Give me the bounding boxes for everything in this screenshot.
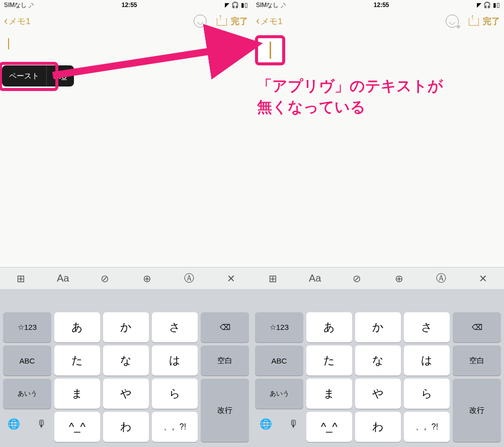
location-icon: ◤ bbox=[477, 2, 481, 9]
key-face[interactable]: ^_^ bbox=[54, 412, 100, 442]
key-ka[interactable]: か bbox=[103, 312, 149, 342]
phone-left: SIMなし ◞◝ 12:55 ◤ 🎧 ▮▯ ‹ メモ1 ◡ 完了 ペースト BI… bbox=[0, 0, 252, 447]
headphones-icon: 🎧 bbox=[231, 2, 239, 9]
share-button[interactable] bbox=[469, 15, 478, 28]
battery-icon: ▮▯ bbox=[241, 2, 248, 9]
wifi-icon: ◞◝ bbox=[29, 2, 34, 9]
keyboard: ☆123 あ か さ ⌫ ABC た な は 空白 あいう ま や ら 改行 🌐… bbox=[0, 289, 252, 447]
key-mic[interactable]: 🎙 bbox=[37, 418, 47, 430]
checklist-button[interactable]: ⊘ bbox=[96, 273, 115, 285]
key-enter[interactable]: 改行 bbox=[453, 379, 501, 442]
clock: 12:55 bbox=[286, 2, 477, 9]
key-face[interactable]: ^_^ bbox=[306, 412, 352, 442]
key-kana[interactable]: あいう bbox=[3, 379, 51, 409]
status-bar: SIMなし ◞◝ 12:55 ◤ 🎧 ▮▯ bbox=[0, 0, 252, 10]
key-ma[interactable]: ま bbox=[306, 379, 352, 409]
back-button[interactable]: ‹ メモ1 bbox=[4, 16, 31, 27]
key-a[interactable]: あ bbox=[54, 312, 100, 342]
phone-right: SIMなし ◞◝ 12:55 ◤ 🎧 ▮▯ ‹ メモ1 ◡ 完了 ⊞ Aa ⊘ … bbox=[252, 0, 504, 447]
collaborate-button[interactable]: ◡ bbox=[446, 15, 459, 28]
keyboard: ☆123 あ か さ ⌫ ABC た な は 空白 あいう ま や ら 改行 🌐… bbox=[252, 289, 504, 447]
back-button[interactable]: ‹ メモ1 bbox=[256, 16, 283, 27]
key-punct[interactable]: 、。?! bbox=[404, 412, 450, 442]
key-wa[interactable]: わ bbox=[103, 412, 149, 442]
key-punct[interactable]: 、。?! bbox=[152, 412, 198, 442]
wifi-icon: ◞◝ bbox=[281, 2, 286, 9]
paste-menu-item[interactable]: ペースト bbox=[2, 71, 46, 81]
key-na[interactable]: な bbox=[103, 345, 149, 376]
add-button[interactable]: ⊕ bbox=[137, 273, 156, 285]
textstyle-button[interactable]: Aa bbox=[305, 273, 324, 284]
key-sa[interactable]: さ bbox=[152, 312, 198, 342]
textstyle-button[interactable]: Aa bbox=[53, 273, 72, 284]
sim-status: SIMなし bbox=[256, 1, 279, 10]
key-ka[interactable]: か bbox=[355, 312, 401, 342]
battery-icon: ▮▯ bbox=[493, 2, 500, 9]
key-enter[interactable]: 改行 bbox=[201, 379, 249, 442]
key-globe[interactable]: 🌐 bbox=[8, 418, 20, 430]
share-icon bbox=[217, 15, 226, 26]
suggestion-bar bbox=[0, 289, 252, 309]
key-ta[interactable]: た bbox=[306, 345, 352, 376]
key-na[interactable]: な bbox=[355, 345, 401, 376]
clock: 12:55 bbox=[34, 2, 225, 9]
key-abc[interactable]: ABC bbox=[3, 345, 51, 376]
key-ra[interactable]: ら bbox=[404, 379, 450, 409]
sim-status: SIMなし bbox=[4, 1, 27, 10]
key-ha[interactable]: は bbox=[404, 345, 450, 376]
key-ya[interactable]: や bbox=[103, 379, 149, 409]
collaborate-button[interactable]: ◡ bbox=[194, 15, 207, 28]
back-label: メモ1 bbox=[9, 16, 30, 27]
key-num[interactable]: ☆123 bbox=[3, 312, 51, 342]
key-mic[interactable]: 🎙 bbox=[289, 418, 299, 430]
key-ha[interactable]: は bbox=[152, 345, 198, 376]
key-delete[interactable]: ⌫ bbox=[453, 312, 501, 342]
key-wa[interactable]: わ bbox=[355, 412, 401, 442]
key-ra[interactable]: ら bbox=[152, 379, 198, 409]
close-toolbar-button[interactable]: ✕ bbox=[221, 273, 240, 285]
text-cursor bbox=[8, 38, 9, 49]
key-delete[interactable]: ⌫ bbox=[201, 312, 249, 342]
done-button[interactable]: 完了 bbox=[231, 16, 248, 27]
format-biu-menu-item[interactable]: BIU bbox=[47, 72, 74, 80]
avatar-icon: ◡ bbox=[194, 15, 207, 28]
key-space[interactable]: 空白 bbox=[453, 345, 501, 376]
key-ta[interactable]: た bbox=[54, 345, 100, 376]
format-toolbar: ⊞ Aa ⊘ ⊕ Ⓐ ✕ bbox=[252, 267, 504, 289]
key-ya[interactable]: や bbox=[355, 379, 401, 409]
key-space[interactable]: 空白 bbox=[201, 345, 249, 376]
chevron-left-icon: ‹ bbox=[4, 16, 8, 27]
share-icon bbox=[469, 15, 478, 26]
table-button[interactable]: ⊞ bbox=[12, 273, 31, 285]
markup-button[interactable]: Ⓐ bbox=[180, 272, 199, 285]
key-globe[interactable]: 🌐 bbox=[260, 418, 272, 430]
avatar-icon: ◡ bbox=[446, 15, 459, 28]
nav-bar: ‹ メモ1 ◡ 完了 bbox=[252, 10, 504, 32]
markup-button[interactable]: Ⓐ bbox=[432, 272, 451, 285]
format-toolbar: ⊞ Aa ⊘ ⊕ Ⓐ ✕ bbox=[0, 267, 252, 289]
back-label: メモ1 bbox=[261, 16, 282, 27]
key-ma[interactable]: ま bbox=[54, 379, 100, 409]
add-button[interactable]: ⊕ bbox=[389, 273, 408, 285]
done-button[interactable]: 完了 bbox=[483, 16, 500, 27]
key-sa[interactable]: さ bbox=[404, 312, 450, 342]
checklist-button[interactable]: ⊘ bbox=[348, 273, 367, 285]
close-toolbar-button[interactable]: ✕ bbox=[473, 273, 492, 285]
location-icon: ◤ bbox=[225, 2, 229, 9]
suggestion-bar bbox=[252, 289, 504, 309]
note-editor[interactable] bbox=[252, 32, 504, 267]
status-bar: SIMなし ◞◝ 12:55 ◤ 🎧 ▮▯ bbox=[252, 0, 504, 10]
key-abc[interactable]: ABC bbox=[255, 345, 303, 376]
context-menu: ペースト BIU bbox=[2, 65, 74, 86]
share-button[interactable] bbox=[217, 15, 226, 28]
nav-bar: ‹ メモ1 ◡ 完了 bbox=[0, 10, 252, 32]
table-button[interactable]: ⊞ bbox=[264, 273, 283, 285]
chevron-left-icon: ‹ bbox=[256, 16, 260, 27]
key-kana[interactable]: あいう bbox=[255, 379, 303, 409]
key-a[interactable]: あ bbox=[306, 312, 352, 342]
headphones-icon: 🎧 bbox=[483, 2, 491, 9]
key-num[interactable]: ☆123 bbox=[255, 312, 303, 342]
